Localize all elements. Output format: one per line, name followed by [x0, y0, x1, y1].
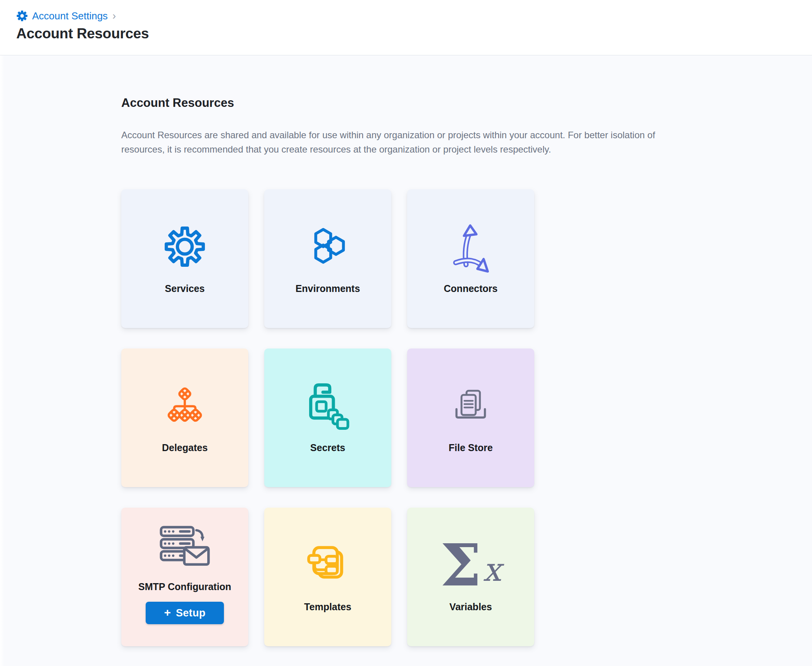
section-title: Account Resources [121, 96, 812, 110]
setup-button-label: Setup [176, 607, 206, 619]
card-label: Templates [304, 601, 351, 613]
smtp-mail-server-icon [158, 527, 212, 566]
card-smtp-configuration[interactable]: SMTP Configuration + Setup [121, 508, 248, 646]
file-store-documents-icon [450, 383, 492, 429]
card-label: Variables [449, 601, 492, 613]
templates-pages-icon [306, 542, 349, 588]
card-variables[interactable]: Σ x Variables [407, 508, 534, 646]
breadcrumb: Account Settings › [16, 9, 812, 22]
card-label: SMTP Configuration [138, 581, 231, 592]
x-glyph: x [483, 553, 501, 586]
delegates-tree-icon [164, 383, 205, 429]
card-connectors[interactable]: Connectors [407, 189, 534, 328]
breadcrumb-label: Account Settings [32, 10, 108, 22]
chevron-right-icon: › [112, 11, 116, 21]
card-label: Environments [296, 283, 360, 294]
services-gear-icon [163, 223, 206, 270]
card-environments[interactable]: Environments [264, 189, 391, 328]
environments-hexagons-icon [307, 223, 348, 270]
connectors-arrows-icon [451, 223, 491, 270]
page-header: Account Settings › Account Resources [0, 0, 812, 55]
page-title: Account Resources [16, 26, 812, 42]
card-label: Connectors [444, 283, 498, 294]
card-delegates[interactable]: Delegates [121, 348, 248, 487]
plus-icon: + [164, 607, 171, 618]
section-description: Account Resources are shared and availab… [121, 128, 684, 156]
card-services[interactable]: Services [121, 189, 248, 328]
main-content: Account Resources Account Resources are … [0, 55, 812, 646]
breadcrumb-account-settings-link[interactable]: Account Settings [16, 10, 108, 22]
card-file-store[interactable]: File Store [407, 348, 534, 487]
card-label: File Store [449, 442, 493, 453]
card-label: Services [165, 283, 205, 294]
card-secrets[interactable]: Secrets [264, 348, 391, 487]
card-label: Delegates [162, 442, 208, 453]
resource-cards-grid: Services Environments [121, 189, 812, 646]
left-edge-strip [0, 55, 5, 666]
card-templates[interactable]: Templates [264, 508, 391, 646]
settings-gear-icon [16, 10, 28, 22]
secrets-lock-chain-icon [306, 383, 350, 429]
card-label: Secrets [310, 442, 345, 453]
setup-button[interactable]: + Setup [146, 602, 224, 624]
sigma-glyph: Σ [440, 536, 481, 594]
variables-sigma-icon: Σ x [440, 542, 501, 588]
